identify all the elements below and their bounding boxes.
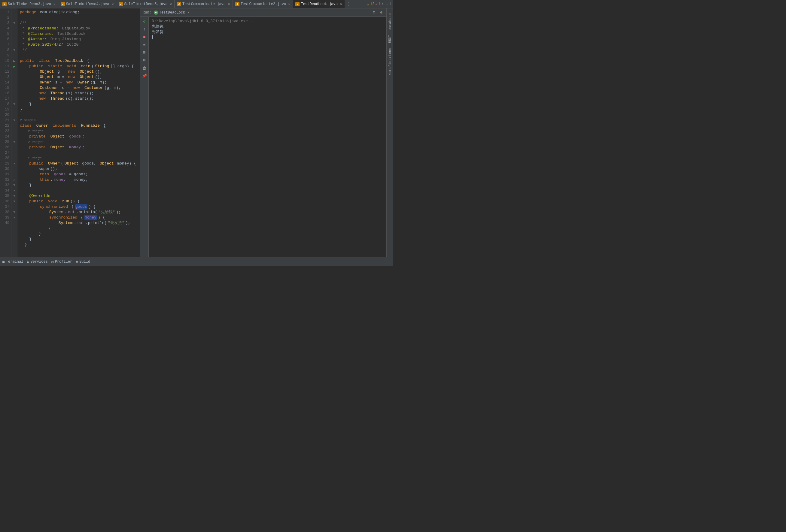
line-numbers: 1 2 3 4 5 6 7 8 9 10 11 12 13 14 15 16 1: [0, 8, 11, 257]
gutter-32[interactable]: ⚠: [11, 177, 18, 183]
code-line-23: private Object money;: [20, 145, 140, 150]
code-line-29: }: [20, 183, 140, 188]
code-line-7: * @Date:2023/4/27 16:20: [20, 42, 140, 47]
output-line-2: 先发货: [152, 29, 384, 35]
build-icon: ⚒: [76, 259, 78, 264]
gutter-16: [11, 91, 18, 96]
java-icon: J: [2, 2, 7, 6]
notifications-sidebar-btn[interactable]: Notifications: [388, 45, 392, 78]
run-tab[interactable]: ▶ TestDeadLock ✕: [154, 10, 190, 15]
tab-close[interactable]: ✕: [53, 2, 55, 6]
tab-close[interactable]: ✕: [170, 2, 172, 6]
gutter-27: [11, 150, 18, 155]
code-line-5: * @Classname: TestDeadLock: [20, 31, 140, 37]
tab-label: TestDeadLock.java: [301, 2, 338, 6]
code-line-30: [20, 188, 140, 193]
services-icon: ⚙: [27, 259, 29, 264]
rerun-btn[interactable]: ↺: [141, 18, 148, 25]
code-line-8: */: [20, 47, 140, 53]
build-btn[interactable]: ⚒ Build: [76, 259, 90, 264]
run-tab-icon: ▶: [154, 10, 158, 15]
tab-testcommunicate[interactable]: J TestCommunicate.java ✕: [175, 0, 233, 8]
code-line-2: [20, 15, 140, 20]
code-line-32: public void run() {: [20, 199, 140, 204]
gutter-3[interactable]: ▼: [11, 20, 18, 26]
services-btn[interactable]: ⚙ Services: [27, 259, 47, 264]
run-panel-top-icons: ⊡ ⚙: [371, 10, 384, 15]
gutter-18[interactable]: ▼: [11, 101, 18, 107]
status-bar: ▣ Terminal ⚙ Services ◎ Profiler ⚒ Build: [0, 257, 393, 266]
gutter-40: [11, 220, 18, 226]
tab-label: TestCommunicate.java: [182, 2, 226, 6]
gutter-7: [11, 42, 18, 47]
gutter-38[interactable]: ▼: [11, 210, 18, 215]
gutter-33[interactable]: ▼: [11, 183, 18, 188]
java-icon: J: [119, 2, 123, 6]
code-line-14: Owner s = new Owner(g, m);: [20, 80, 140, 85]
gutter-17: [11, 96, 18, 101]
java-icon: J: [61, 2, 65, 6]
code-line-15: Customer c = new Customer(g, m);: [20, 85, 140, 91]
gutter-19: [11, 107, 18, 112]
terminal-btn[interactable]: ▣ Terminal: [2, 259, 23, 264]
gutter-area: ▼ ▼ ▶ ▶ ▼: [11, 8, 18, 257]
tab-label: TestCommunicate2.java: [241, 2, 286, 6]
rest-sidebar-btn[interactable]: REST: [388, 33, 392, 45]
print-btn[interactable]: ⊞: [141, 57, 148, 64]
code-line-38: }: [20, 231, 140, 237]
tab-close[interactable]: ✕: [228, 2, 230, 6]
clear-btn[interactable]: 🗑: [141, 65, 148, 71]
warning-indicator[interactable]: ⚠ 12 ✓ 1 ↑ ↓ 1: [367, 2, 391, 7]
gutter-21[interactable]: ▼: [11, 118, 18, 123]
gutter-8[interactable]: ▼: [11, 47, 18, 53]
run-panel: Run: ▶ TestDeadLock ✕ ⊡ ⚙ ↺ ↑ ■ ≡: [140, 8, 386, 257]
tab-close[interactable]: ✕: [288, 2, 291, 6]
stop-btn[interactable]: ↑: [141, 26, 148, 32]
gutter-24: [11, 134, 18, 139]
stop-process-btn[interactable]: ■: [141, 33, 148, 40]
java-icon: J: [235, 2, 239, 6]
cursor: [152, 35, 153, 39]
code-line-23-usages: 2 usages: [20, 139, 140, 145]
gutter-37: [11, 204, 18, 210]
gutter-25[interactable]: ▼: [11, 139, 18, 145]
gutter-10[interactable]: ▶: [11, 58, 18, 64]
tab-saletickettdemo3[interactable]: J SaleTicketDemo3.java ✕: [0, 0, 58, 8]
gutter-31: [11, 172, 18, 177]
tab-bar: J SaleTicketDemo3.java ✕ J SaleTicketDem…: [0, 0, 393, 8]
gutter-29[interactable]: ▼: [11, 161, 18, 166]
profiler-btn[interactable]: ◎ Profiler: [51, 259, 72, 264]
gutter-9: [11, 53, 18, 58]
tab-testdeadlock[interactable]: J TestDeadLock.java ✕: [293, 0, 345, 8]
code-line-25: public Owner(Object goods, Object money)…: [20, 161, 140, 166]
gutter-12: [11, 69, 18, 74]
code-line-9: [20, 53, 140, 58]
gutter-35[interactable]: ▼: [11, 193, 18, 199]
tab-label: SaleTicketDemo3.java: [8, 2, 51, 6]
filter-btn[interactable]: ≡: [141, 42, 148, 48]
tab-saleticketdemo4[interactable]: J SaleTicketDemo4.java ✕: [58, 0, 117, 8]
gutter-11[interactable]: ▶: [11, 64, 18, 69]
tab-testcommunicate2[interactable]: J TestCommunicate2.java ✕: [233, 0, 293, 8]
run-tab-close-btn[interactable]: ✕: [187, 10, 190, 15]
tab-close[interactable]: ✕: [112, 2, 114, 6]
pin-btn[interactable]: 📌: [141, 73, 148, 79]
screenshot-btn[interactable]: ⊡: [141, 49, 148, 56]
tab-saleticketdemo5[interactable]: J SaleTicketDemo5.java ✕: [116, 0, 175, 8]
database-sidebar-btn[interactable]: Database: [388, 11, 392, 33]
code-editor[interactable]: package com.dingjiaxiong; /** * @Project…: [18, 8, 140, 257]
tab-label: SaleTicketDemo4.java: [66, 2, 109, 6]
restore-icon[interactable]: ⊡: [371, 10, 377, 15]
tab-overflow[interactable]: ⋮: [345, 1, 353, 7]
gutter-30: [11, 166, 18, 172]
output-cursor-line[interactable]: [152, 35, 384, 39]
gutter-34[interactable]: ▼: [11, 188, 18, 193]
gutter-39[interactable]: ▼: [11, 215, 18, 220]
java-icon: J: [295, 2, 300, 6]
gutter-23: [11, 128, 18, 134]
gutter-36[interactable]: ▼: [11, 199, 18, 204]
tab-close[interactable]: ✕: [340, 2, 342, 6]
code-line-17: new Thread(c).start();: [20, 96, 140, 101]
warning-icon: ⚠: [367, 2, 369, 7]
settings-icon[interactable]: ⚙: [378, 10, 384, 15]
